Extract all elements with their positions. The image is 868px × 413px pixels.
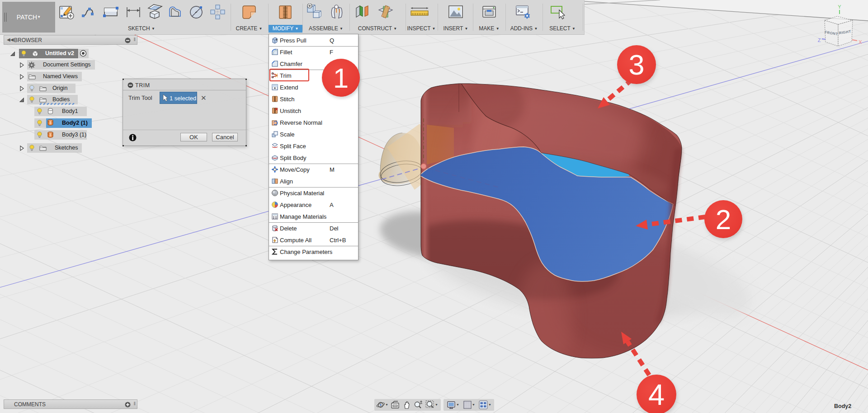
svg-text:Z: Z [818,38,821,43]
svg-text:Body2: Body2 [834,403,851,409]
svg-text:X: X [859,39,862,45]
svg-text:4: 4 [648,378,665,411]
svg-text:1: 1 [333,62,349,94]
svg-text:Y: Y [838,4,841,9]
svg-text:3: 3 [628,49,644,80]
svg-text:2: 2 [716,204,731,235]
